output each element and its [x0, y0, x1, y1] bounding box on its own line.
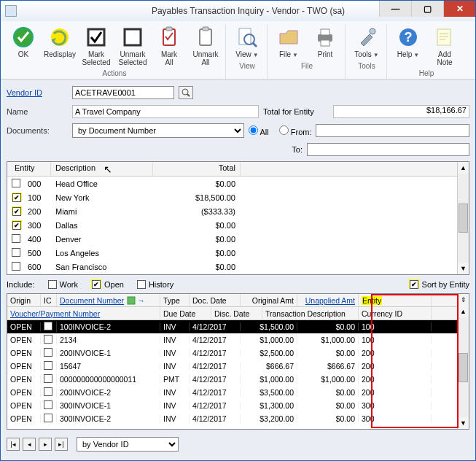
col-doc-date[interactable]: Doc. Date	[190, 294, 241, 306]
transaction-row[interactable]: OPEN000000000000000011PMT4/12/2017$1,000…	[7, 373, 457, 386]
col-document-number[interactable]: Document Number →	[57, 294, 160, 306]
entity-desc: San Francisco	[51, 263, 153, 271]
entity-row[interactable]: 500Los Angeles$0.00	[7, 246, 457, 260]
range-to-input[interactable]	[307, 143, 469, 156]
entity-row[interactable]: 600San Francisco$0.00	[7, 260, 457, 274]
col-currency-id[interactable]: Currency ID	[359, 307, 432, 319]
scroll-thumb[interactable]	[459, 204, 468, 233]
ic-checkbox[interactable]	[44, 348, 52, 357]
redisplay-button[interactable]: Redisplay	[43, 24, 77, 68]
expand-rows-icon[interactable]: ⇕	[458, 294, 469, 306]
include-open-checkbox[interactable]: Open	[91, 279, 124, 289]
col-disc-date[interactable]: Disc. Date	[211, 307, 262, 319]
entity-row[interactable]: 300Dallas$0.00	[7, 218, 457, 232]
scroll-up-icon[interactable]: ▲	[458, 306, 469, 317]
entity-grid: Entity Description ↖ Total 000Head Offic…	[7, 161, 469, 275]
col-due-date[interactable]: Due Date	[160, 307, 211, 319]
radio-all[interactable]: All	[249, 125, 269, 136]
nav-last-button[interactable]: ▸|	[55, 438, 68, 451]
scroll-down-icon[interactable]: ▼	[458, 263, 469, 274]
add-note-button[interactable]: Add Note	[428, 24, 461, 68]
mark-all-button[interactable]: Mark All	[152, 24, 186, 68]
include-work-checkbox[interactable]: Work	[48, 280, 78, 289]
documents-select[interactable]: by Document Number	[72, 123, 244, 138]
col-description[interactable]: Description ↖	[51, 162, 153, 176]
col-unapplied-amt[interactable]: Unapplied Amt	[297, 294, 359, 306]
checkbox-checked-icon	[85, 26, 108, 49]
nav-next-button[interactable]: ▸	[39, 438, 52, 451]
entity-scrollbar[interactable]: ▲ ▼	[457, 162, 469, 274]
note-icon	[433, 26, 456, 49]
scroll-up-icon[interactable]: ▲	[458, 162, 469, 174]
transaction-row[interactable]: OPEN2134INV4/12/2017$1,000.00$1,000.0010…	[7, 333, 457, 346]
help-button[interactable]: ? Help▼	[391, 24, 425, 68]
transaction-row[interactable]: OPEN15647INV4/12/2017$666.67$666.67200	[7, 360, 457, 373]
ic-checkbox[interactable]	[44, 374, 52, 383]
svg-line-11	[253, 43, 257, 47]
entity-row[interactable]: 000Head Office$0.00	[7, 177, 457, 190]
entity-checkbox[interactable]	[12, 193, 21, 202]
entity-id: 400	[23, 235, 51, 244]
svg-rect-14	[321, 40, 329, 46]
file-button[interactable]: File▼	[272, 24, 305, 61]
window-controls: — ▢ ✕	[379, 1, 475, 17]
refresh-icon	[48, 26, 71, 49]
col-ic[interactable]: IC	[41, 294, 57, 306]
scroll-thumb[interactable]	[459, 353, 468, 382]
col-original-amt[interactable]: Original Amt	[241, 294, 297, 306]
include-history-checkbox[interactable]: History	[137, 280, 173, 289]
transaction-row[interactable]: OPEN300INVOICE-2INV4/12/2017$3,200.00$0.…	[7, 412, 457, 425]
transaction-row[interactable]: OPEN200INVOICE-2INV4/12/2017$3,500.00$0.…	[7, 386, 457, 399]
col-entity[interactable]: Entity	[7, 162, 51, 176]
vendor-id-input[interactable]	[72, 86, 174, 99]
ic-checkbox[interactable]	[44, 414, 52, 422]
entity-row[interactable]: 100New York$18,500.00	[7, 190, 457, 204]
ic-checkbox[interactable]	[44, 335, 52, 344]
nav-sort-select[interactable]: by Vendor ID	[77, 437, 179, 452]
unmark-all-button[interactable]: Unmark All	[189, 24, 222, 68]
dropdown-icon: ▼	[292, 52, 298, 58]
close-button[interactable]: ✕	[443, 1, 475, 17]
col-entity[interactable]: Entity	[359, 294, 432, 306]
range-from-input[interactable]	[316, 124, 469, 137]
ok-button[interactable]: OK	[7, 24, 40, 68]
maximize-button[interactable]: ▢	[411, 1, 443, 17]
transaction-row[interactable]: OPEN100INVOICE-2INV4/12/2017$1,500.00$0.…	[7, 320, 457, 333]
col-origin[interactable]: Origin	[7, 294, 41, 306]
entity-checkbox[interactable]	[12, 262, 20, 271]
nav-first-button[interactable]: |◂	[7, 438, 20, 451]
ic-checkbox[interactable]	[44, 400, 52, 409]
radio-from[interactable]: From:	[279, 125, 312, 136]
nav-prev-button[interactable]: ◂	[23, 438, 36, 451]
entity-row[interactable]: 400Denver$0.00	[7, 232, 457, 246]
vendor-id-label[interactable]: Vendor ID	[7, 88, 68, 97]
total-entity-value: $18,166.67	[333, 105, 469, 118]
scroll-down-icon[interactable]: ▼	[458, 417, 469, 429]
transaction-row[interactable]: OPEN200INVOICE-1INV4/12/2017$2,500.00$0.…	[7, 346, 457, 360]
print-button[interactable]: Print	[308, 24, 342, 61]
entity-checkbox[interactable]	[12, 179, 20, 187]
transaction-row[interactable]: OPEN300INVOICE-1INV4/12/2017$1,300.00$0.…	[7, 399, 457, 412]
ic-checkbox[interactable]	[44, 361, 52, 370]
vendor-lookup-button[interactable]	[179, 86, 193, 99]
entity-checkbox[interactable]	[12, 234, 20, 243]
trans-scrollbar[interactable]: ⇕ ▲ ▼	[457, 294, 469, 429]
col-type[interactable]: Type	[160, 294, 190, 306]
col-transaction-desc[interactable]: Transaction Description	[262, 307, 359, 319]
ic-checkbox[interactable]	[44, 322, 52, 330]
mark-selected-button[interactable]: Mark Selected	[79, 24, 113, 68]
entity-row[interactable]: 200Miami($333.33)	[7, 204, 457, 218]
entity-checkbox[interactable]	[12, 248, 20, 257]
sort-by-entity-checkbox[interactable]: Sort by Entity	[409, 279, 469, 289]
col-voucher-number[interactable]: Voucher/Payment Number	[7, 307, 160, 319]
entity-checkbox[interactable]	[12, 221, 21, 230]
entity-checkbox[interactable]	[12, 207, 21, 216]
ic-checkbox[interactable]	[44, 387, 52, 396]
tools-button[interactable]: Tools▼	[350, 24, 383, 61]
view-button[interactable]: View▼	[230, 24, 264, 61]
minimize-button[interactable]: —	[379, 1, 411, 17]
entity-total: $0.00	[153, 249, 241, 257]
col-total[interactable]: Total	[153, 162, 241, 176]
unmark-selected-button[interactable]: Unmark Selected	[116, 24, 149, 68]
entity-total: $0.00	[153, 221, 241, 230]
